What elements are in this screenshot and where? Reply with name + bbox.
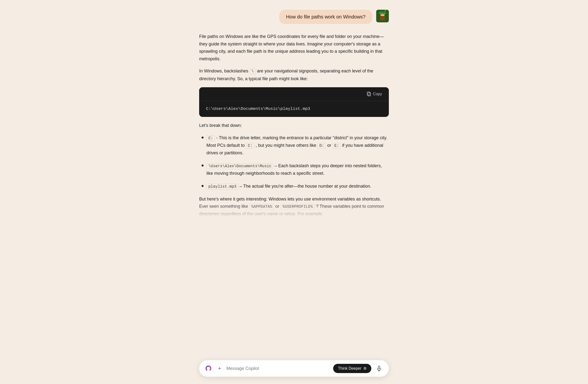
svg-rect-6 [383, 14, 384, 14]
paragraph2-before: In Windows, backslashes [199, 69, 248, 73]
add-button[interactable]: + [216, 364, 224, 372]
code-block-header: Copy [199, 87, 389, 101]
think-deeper-button[interactable]: Think Deeper ⚙ [333, 364, 371, 373]
code-block: Copy C:\Users\Alex\Documents\Music\playl… [199, 87, 389, 117]
response-paragraph-2: In Windows, backslashes \ are your navig… [199, 67, 389, 82]
response-paragraph-1: File paths on Windows are like the GPS c… [199, 33, 389, 62]
code-block-body: C:\Users\Alex\Documents\Music\playlist.m… [199, 101, 389, 117]
list-item-2-code: \Users\Alex\Documents\Music [207, 163, 273, 169]
mic-button[interactable] [374, 364, 384, 373]
ai-response: File paths on Windows are like the GPS c… [199, 33, 389, 228]
code-content: C:\Users\Alex\Documents\Music\playlist.m… [206, 106, 310, 111]
copy-button[interactable]: Copy [365, 91, 384, 98]
list-item-2-content: \Users\Alex\Documents\Music – Each backs… [207, 162, 389, 177]
avatar [376, 10, 389, 22]
userprofile-code: %USERPROFILE% [281, 204, 315, 210]
list-item-1-text2: , but you might have others like [255, 143, 317, 148]
paragraph4-after: ? These variables point to common direct… [199, 204, 384, 216]
list-item-1-code4: E: [333, 143, 341, 149]
user-message-row: How do file paths work on Windows? [199, 10, 389, 24]
input-bar: + Think Deeper ⚙ [199, 360, 389, 377]
paragraph4-before: But here's where it gets interesting: Wi… [199, 197, 381, 209]
response-paragraph-4-container: But here's where it gets interesting: Wi… [199, 195, 389, 218]
paragraph4-middle-text: or [275, 204, 279, 209]
list-item-3-text: – The actual file you're after—the house… [240, 184, 371, 189]
think-deeper-label: Think Deeper [338, 366, 361, 371]
appdata-code: %APPDATA% [249, 204, 274, 210]
add-icon: + [218, 365, 221, 372]
svg-rect-9 [368, 93, 371, 96]
list-item-1-code3: D: [317, 143, 326, 149]
avatar-image [376, 10, 389, 22]
list-item-1-text3: or [327, 143, 333, 148]
response-list: C: - This is the drive letter, marking t… [199, 134, 389, 190]
svg-rect-1 [380, 17, 385, 20]
list-item-2: \Users\Alex\Documents\Music – Each backs… [202, 162, 389, 177]
svg-point-11 [204, 364, 213, 373]
list-item-1-code2: C: [246, 143, 254, 149]
bullet-3 [202, 185, 204, 187]
chat-container: How do file paths work on Windows? [194, 0, 394, 263]
response-paragraph-4: But here's where it gets interesting: Wi… [199, 195, 389, 218]
user-message-text: How do file paths work on Windows? [286, 14, 365, 20]
list-item-3-code: playlist.mp3 [207, 184, 238, 190]
mic-icon [376, 365, 382, 371]
list-item-3: playlist.mp3 – The actual file you're af… [202, 182, 389, 190]
message-input[interactable] [226, 366, 330, 371]
response-paragraph-3: Let's break that down: [199, 122, 389, 129]
list-item-1: C: - This is the drive letter, marking t… [202, 134, 389, 157]
copilot-logo [204, 364, 213, 373]
list-item-1-content: C: - This is the drive letter, marking t… [207, 134, 389, 157]
backslash-code: \ [250, 69, 256, 74]
svg-rect-10 [367, 92, 370, 95]
list-item-3-content: playlist.mp3 – The actual file you're af… [207, 182, 371, 190]
list-item-1-code1: C: [207, 135, 215, 141]
gear-icon: ⚙ [363, 366, 366, 371]
user-message-bubble: How do file paths work on Windows? [279, 10, 372, 24]
svg-rect-5 [381, 14, 382, 14]
bullet-1 [202, 137, 204, 139]
copy-label: Copy [373, 92, 382, 96]
input-bar-container: + Think Deeper ⚙ [0, 355, 588, 384]
bullet-2 [202, 164, 204, 166]
copy-icon [367, 92, 371, 97]
svg-rect-12 [378, 366, 380, 369]
svg-rect-4 [379, 13, 386, 14]
